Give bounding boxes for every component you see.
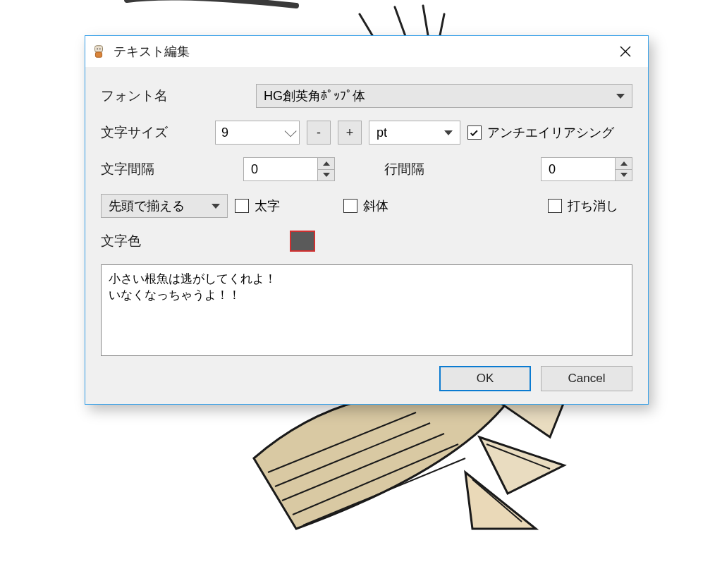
char-spacing-spinner[interactable]: 0	[243, 157, 335, 181]
char-spacing-value: 0	[244, 158, 317, 180]
unit-value: pt	[377, 125, 387, 140]
close-icon	[620, 46, 631, 57]
chevron-down-icon	[616, 94, 625, 99]
triangle-down-icon	[323, 173, 330, 177]
decrease-size-button[interactable]: -	[307, 121, 331, 145]
char-spacing-label: 文字間隔	[101, 160, 178, 178]
svg-point-10	[97, 48, 98, 49]
triangle-up-icon	[620, 161, 628, 166]
font-name-label: フォント名	[101, 87, 178, 105]
triangle-up-icon	[323, 161, 330, 166]
strikethrough-label: 打ち消し	[568, 197, 618, 214]
line-spacing-down[interactable]	[616, 170, 632, 181]
font-size-label: 文字サイズ	[101, 123, 178, 142]
ok-label: OK	[477, 372, 494, 386]
alignment-value: 先頭で揃える	[109, 197, 185, 214]
font-name-value: HG創英角ﾎﾟｯﾌﾟ体	[264, 87, 365, 104]
svg-line-1	[282, 434, 444, 501]
line-spacing-up[interactable]	[616, 158, 632, 170]
italic-checkbox[interactable]: 斜体	[343, 197, 388, 214]
antialias-checkbox[interactable]: アンチエイリアシング	[467, 124, 614, 141]
alignment-combo[interactable]: 先頭で揃える	[101, 194, 228, 218]
plus-icon: +	[346, 125, 354, 140]
svg-line-3	[303, 458, 465, 525]
text-color-label: 文字色	[101, 232, 178, 250]
strikethrough-checkbox[interactable]: 打ち消し	[548, 197, 618, 214]
titlebar: テキスト編集	[85, 36, 648, 67]
bold-checkbox[interactable]: 太字	[235, 197, 280, 214]
text-edit-dialog: テキスト編集 フォント名 HG創英角ﾎﾟｯﾌﾟ体 文字サイズ 9	[85, 35, 649, 405]
char-spacing-up[interactable]	[318, 158, 334, 170]
text-content-area[interactable]: 小さい根魚は逃がしてくれよ！ いなくなっちゃうよ！！	[101, 264, 632, 356]
svg-line-6	[487, 444, 550, 469]
increase-size-button[interactable]: +	[338, 121, 362, 145]
svg-line-0	[275, 423, 430, 486]
unit-combo[interactable]: pt	[369, 121, 460, 145]
triangle-down-icon	[620, 173, 628, 177]
line-spacing-value: 0	[542, 158, 615, 180]
app-icon	[91, 44, 106, 59]
chevron-down-icon	[444, 130, 453, 135]
font-size-combo[interactable]: 9	[215, 121, 300, 145]
svg-point-11	[99, 48, 101, 49]
text-color-swatch[interactable]	[290, 231, 315, 252]
italic-label: 斜体	[363, 197, 388, 214]
minus-icon: -	[317, 125, 321, 140]
check-icon	[470, 128, 478, 136]
font-size-value: 9	[221, 125, 228, 140]
antialias-label: アンチエイリアシング	[487, 124, 614, 141]
char-spacing-down[interactable]	[318, 170, 334, 181]
svg-line-2	[293, 444, 458, 515]
svg-line-7	[472, 479, 522, 522]
svg-rect-8	[95, 46, 103, 52]
chevron-down-icon	[212, 204, 220, 209]
ok-button[interactable]: OK	[439, 366, 531, 391]
svg-rect-9	[95, 52, 102, 57]
cancel-label: Cancel	[568, 372, 606, 386]
dialog-body: フォント名 HG創英角ﾎﾟｯﾌﾟ体 文字サイズ 9 - + pt	[85, 67, 648, 404]
dialog-title: テキスト編集	[114, 43, 190, 60]
chevron-down-icon	[285, 125, 297, 137]
line-spacing-spinner[interactable]: 0	[541, 157, 632, 181]
cancel-button[interactable]: Cancel	[541, 366, 632, 391]
bold-label: 太字	[255, 197, 280, 214]
svg-line-4	[268, 412, 416, 472]
font-name-combo[interactable]: HG創英角ﾎﾟｯﾌﾟ体	[256, 84, 632, 108]
close-button[interactable]	[608, 38, 642, 65]
line-spacing-label: 行間隔	[384, 160, 441, 178]
